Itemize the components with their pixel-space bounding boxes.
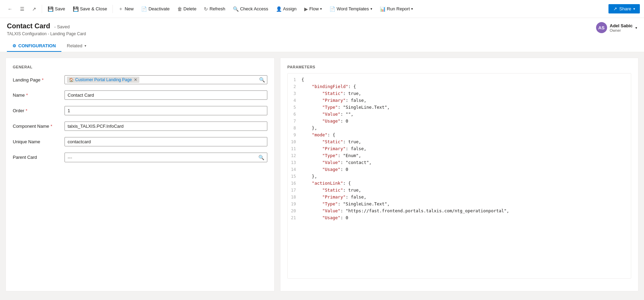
lookup-close-icon[interactable]: ✕ — [134, 77, 137, 82]
line-content: "Value": "https://fast.frontend.portals.… — [301, 207, 509, 214]
code-line: 17 "Static": true, — [288, 187, 631, 194]
user-chevron: ▾ — [635, 26, 637, 30]
landing-page-required: * — [42, 77, 43, 83]
name-row: Name * — [13, 90, 267, 100]
share-chevron: ▾ — [633, 7, 635, 11]
order-required: * — [26, 108, 27, 113]
run-report-button[interactable]: 📊 Run Report ▾ — [376, 4, 416, 13]
deactivate-button[interactable]: 📄 Deactivate — [138, 4, 173, 13]
bookmark-button[interactable]: ☰ — [17, 4, 28, 13]
unique-name-field — [65, 137, 267, 146]
line-content: "Usage": 0 — [301, 166, 348, 173]
delete-icon: 🗑 — [177, 6, 182, 12]
lookup-search-icon[interactable]: 🔍 — [259, 77, 265, 83]
run-report-icon: 📊 — [380, 6, 386, 12]
user-area[interactable]: AS Adel Sabic Owner ▾ — [596, 22, 637, 33]
line-content: "Type": "SingleLine.Text", — [301, 104, 390, 111]
delete-button[interactable]: 🗑 Delete — [174, 4, 200, 13]
line-number: 2 — [290, 83, 301, 90]
line-number: 13 — [290, 159, 301, 166]
landing-page-lookup[interactable]: 🏠 Customer Portal Landing Page ✕ 🔍 — [65, 75, 267, 84]
code-line: 16 "actionLink": { — [288, 180, 631, 187]
line-content: "Static": true, — [301, 90, 361, 97]
line-content: "Primary": false, — [301, 97, 366, 104]
landing-page-link[interactable]: Customer Portal Landing Page — [75, 77, 132, 82]
component-name-input[interactable] — [65, 122, 267, 131]
code-line: 5 "Type": "SingleLine.Text", — [288, 104, 631, 111]
tabs: ⚙ CONFIGURATION Related ▾ — [7, 40, 637, 52]
unique-name-row: Unique Name — [13, 137, 267, 146]
configuration-icon: ⚙ — [12, 43, 16, 48]
line-content: }, — [301, 125, 317, 132]
line-content: "Value": "contact", — [301, 159, 371, 166]
order-field — [65, 106, 267, 115]
tab-related[interactable]: Related ▾ — [61, 40, 92, 52]
line-number: 20 — [290, 207, 301, 214]
line-number: 16 — [290, 180, 301, 187]
flow-button[interactable]: ▶ Flow ▾ — [301, 4, 325, 13]
line-number: 18 — [290, 194, 301, 201]
parent-card-lookup[interactable]: --- 🔍 — [65, 153, 267, 162]
save-icon: 💾 — [48, 6, 53, 12]
back-icon: ← — [8, 6, 12, 12]
code-line: 6 "Value": "", — [288, 111, 631, 118]
word-templates-button[interactable]: 📄 Word Templates ▾ — [326, 4, 375, 13]
component-name-required: * — [51, 124, 52, 129]
line-number: 5 — [290, 104, 301, 111]
line-content: { — [301, 76, 304, 83]
line-content: "Primary": false, — [301, 145, 366, 152]
line-number: 4 — [290, 97, 301, 104]
name-input[interactable] — [65, 90, 267, 100]
tab-configuration[interactable]: ⚙ CONFIGURATION — [7, 40, 61, 52]
name-label: Name * — [13, 90, 65, 98]
run-report-label: Run Report — [387, 6, 410, 11]
line-number: 6 — [290, 111, 301, 118]
parent-card-search-icon[interactable]: 🔍 — [258, 155, 264, 160]
save-close-icon: 💾 — [73, 6, 79, 12]
line-content: "Primary": false, — [301, 194, 366, 201]
related-chevron: ▾ — [85, 44, 86, 48]
parent-card-value: --- — [68, 155, 258, 160]
code-editor[interactable]: 1{2 "bindingField": {3 "Static": true,4 … — [287, 73, 631, 279]
parent-card-row: Parent Card --- 🔍 — [13, 153, 267, 162]
landing-page-field: 🏠 Customer Portal Landing Page ✕ 🔍 — [65, 75, 267, 84]
code-line: 20 "Value": "https://fast.frontend.porta… — [288, 207, 631, 214]
assign-button[interactable]: 👤 Assign — [273, 4, 300, 13]
share-label: Share — [619, 6, 631, 11]
check-access-button[interactable]: 🔍 Check Access — [229, 4, 272, 13]
code-line: 3 "Static": true, — [288, 90, 631, 97]
save-button[interactable]: 💾 Save — [44, 4, 69, 13]
line-number: 12 — [290, 152, 301, 159]
code-line: 13 "Value": "contact", — [288, 159, 631, 166]
parent-card-label: Parent Card — [13, 153, 65, 160]
code-line: 9 "mode": { — [288, 132, 631, 138]
deactivate-icon: 📄 — [141, 6, 147, 12]
page-title-area: Contact Card - Saved TALXIS Configuratio… — [7, 22, 86, 36]
refresh-button[interactable]: ↻ Refresh — [200, 4, 229, 13]
page-header: Contact Card - Saved TALXIS Configuratio… — [0, 18, 644, 52]
line-number: 7 — [290, 118, 301, 125]
unique-name-input[interactable] — [65, 137, 267, 146]
order-row: Order * — [13, 106, 267, 115]
component-name-field — [65, 122, 267, 131]
parent-card-field: --- 🔍 — [65, 153, 267, 162]
page-subtitle: TALXIS Configuration - Landing Page Card — [7, 31, 86, 36]
code-line: 12 "Type": "Enum", — [288, 152, 631, 159]
code-line: 19 "Type": "SingleLine.Text", — [288, 201, 631, 207]
order-input[interactable] — [65, 106, 267, 115]
line-content: }, — [301, 173, 317, 180]
refresh-label: Refresh — [209, 6, 225, 11]
code-line: 18 "Primary": false, — [288, 194, 631, 201]
lookup-icon: 🏠 — [69, 78, 74, 82]
line-number: 19 — [290, 201, 301, 207]
name-field — [65, 90, 267, 100]
share-button[interactable]: ↗ Share ▾ — [608, 4, 640, 13]
new-button[interactable]: ＋ New — [115, 4, 137, 14]
back-button[interactable]: ← — [4, 4, 16, 13]
share-out-button[interactable]: ↗ — [29, 4, 40, 13]
name-required: * — [26, 93, 28, 98]
line-number: 17 — [290, 187, 301, 194]
code-line: 11 "Primary": false, — [288, 145, 631, 152]
avatar: AS — [596, 22, 607, 33]
save-close-button[interactable]: 💾 Save & Close — [69, 4, 111, 13]
